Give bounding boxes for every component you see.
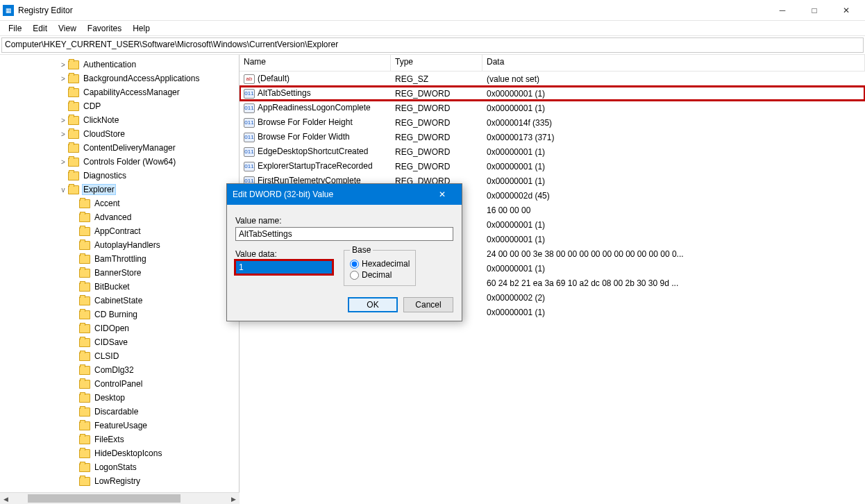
tree-item-LowRegistry[interactable]: LowRegistry xyxy=(17,474,239,488)
tree-item-Discardable[interactable]: Discardable xyxy=(17,405,239,419)
maximize-button[interactable]: □ xyxy=(798,0,830,21)
value-data: 0x00000001 (1) xyxy=(482,88,865,99)
tree-label: Explorer xyxy=(82,184,116,195)
tree-item-FeatureUsage[interactable]: FeatureUsage xyxy=(17,419,239,432)
ok-button[interactable]: OK xyxy=(348,297,398,312)
col-header-data[interactable]: Data xyxy=(482,55,865,71)
folder-icon xyxy=(79,213,90,222)
dialog-close-button[interactable]: ✕ xyxy=(428,184,456,205)
menu-favorites[interactable]: Favorites xyxy=(82,22,127,35)
folder-icon xyxy=(79,352,90,361)
menu-view[interactable]: View xyxy=(53,22,82,35)
value-data-input[interactable] xyxy=(235,260,333,274)
tree-item-Accent[interactable]: Accent xyxy=(17,196,239,210)
radio-decimal[interactable] xyxy=(350,271,359,280)
tree-item-ClickNote[interactable]: >ClickNote xyxy=(17,113,239,127)
list-row[interactable]: 011Browse For Folder HeightREG_DWORD0x00… xyxy=(240,115,865,130)
tree-item-LogonStats[interactable]: LogonStats xyxy=(17,460,239,474)
col-header-type[interactable]: Type xyxy=(391,55,482,71)
expand-icon[interactable]: > xyxy=(58,61,68,69)
dialog-title-bar[interactable]: Edit DWORD (32-bit) Value ✕ xyxy=(227,184,462,205)
value-name: AltTabSettings xyxy=(258,88,311,98)
tree-item-FileExts[interactable]: FileExts xyxy=(17,432,239,446)
tree-item-BitBucket[interactable]: BitBucket xyxy=(17,280,239,294)
tree-item-explorer[interactable]: vExplorer xyxy=(17,183,239,196)
tree-label: LowRegistry xyxy=(93,476,142,487)
expand-icon[interactable]: v xyxy=(58,186,68,194)
scroll-right-icon[interactable]: ▶ xyxy=(228,493,240,504)
scroll-left-icon[interactable]: ◀ xyxy=(0,493,12,504)
tree-label: Diagnostics xyxy=(82,170,128,181)
scroll-thumb[interactable] xyxy=(28,494,180,503)
folder-icon xyxy=(79,408,90,417)
value-name-input[interactable] xyxy=(235,227,453,241)
value-type: REG_DWORD xyxy=(391,132,482,143)
radio-hexadecimal[interactable] xyxy=(350,260,359,269)
folder-icon xyxy=(68,116,79,125)
value-name: (Default) xyxy=(258,74,289,83)
tree-item-Controls Folder (Wow64)[interactable]: >Controls Folder (Wow64) xyxy=(17,155,239,169)
list-row[interactable]: ab(Default)REG_SZ(value not set) xyxy=(240,72,865,86)
tree-label: CD Burning xyxy=(93,309,139,320)
tree-label: BamThrottling xyxy=(93,253,148,264)
address-bar[interactable]: Computer\HKEY_CURRENT_USER\Software\Micr… xyxy=(1,37,864,53)
list-row[interactable]: 011AltTabSettingsREG_DWORD0x00000001 (1) xyxy=(240,86,865,101)
tree-item-ContentDeliveryManager[interactable]: ContentDeliveryManager xyxy=(17,141,239,155)
menu-file[interactable]: File xyxy=(3,22,27,35)
list-row[interactable]: 011AppReadinessLogonCompleteREG_DWORD0x0… xyxy=(240,101,865,115)
tree-label: BackgroundAccessApplications xyxy=(82,73,201,84)
list-row[interactable]: 011Browse For Folder WidthREG_DWORD0x000… xyxy=(240,130,865,144)
tree-item-CLSID[interactable]: CLSID xyxy=(17,349,239,363)
value-type-icon: 011 xyxy=(244,103,255,113)
tree-pane[interactable]: >Authentication>BackgroundAccessApplicat… xyxy=(0,55,240,492)
value-data: 0x00000001 (1) xyxy=(482,103,865,114)
tree-scrollbar[interactable]: ◀ ▶ xyxy=(0,492,240,504)
tree-label: HideDesktopIcons xyxy=(93,448,163,459)
tree-item-CloudStore[interactable]: >CloudStore xyxy=(17,127,239,141)
folder-icon xyxy=(79,338,90,347)
expand-icon[interactable]: > xyxy=(58,158,68,166)
folder-icon xyxy=(79,227,90,236)
expand-icon[interactable]: > xyxy=(58,117,68,124)
folder-icon xyxy=(79,421,90,430)
value-type: REG_SZ xyxy=(391,74,482,85)
list-row[interactable]: 011ExplorerStartupTraceRecordedREG_DWORD… xyxy=(240,159,865,174)
value-type-icon: 011 xyxy=(244,89,255,99)
folder-icon xyxy=(79,199,90,208)
tree-item-CDP[interactable]: CDP xyxy=(17,99,239,113)
tree-item-BannerStore[interactable]: BannerStore xyxy=(17,266,239,280)
expand-icon[interactable]: > xyxy=(58,75,68,83)
close-button[interactable]: ✕ xyxy=(830,0,862,21)
tree-item-Diagnostics[interactable]: Diagnostics xyxy=(17,169,239,183)
folder-icon xyxy=(79,296,90,305)
col-header-name[interactable]: Name xyxy=(240,55,391,71)
cancel-button[interactable]: Cancel xyxy=(403,297,453,312)
tree-label: Advanced xyxy=(93,212,133,223)
value-data: 0x00000001 (1) xyxy=(482,176,865,187)
value-data: 0x00000001 (1) xyxy=(482,263,865,274)
tree-item-HideDesktopIcons[interactable]: HideDesktopIcons xyxy=(17,446,239,460)
tree-item-CapabilityAccessManager[interactable]: CapabilityAccessManager xyxy=(17,85,239,99)
tree-item-ComDlg32[interactable]: ComDlg32 xyxy=(17,363,239,377)
tree-item-CabinetState[interactable]: CabinetState xyxy=(17,294,239,308)
tree-item-ControlPanel[interactable]: ControlPanel xyxy=(17,377,239,391)
tree-item-AutoplayHandlers[interactable]: AutoplayHandlers xyxy=(17,238,239,252)
tree-item-BamThrottling[interactable]: BamThrottling xyxy=(17,252,239,266)
tree-item-Desktop[interactable]: Desktop xyxy=(17,391,239,405)
minimize-button[interactable]: ─ xyxy=(766,0,798,21)
tree-item-AppContract[interactable]: AppContract xyxy=(17,224,239,238)
tree-item-CIDOpen[interactable]: CIDOpen xyxy=(17,321,239,335)
tree-item-Authentication[interactable]: >Authentication xyxy=(17,58,239,72)
tree-item-CD Burning[interactable]: CD Burning xyxy=(17,308,239,321)
value-data: 24 00 00 00 3e 38 00 00 00 00 00 00 00 0… xyxy=(482,249,865,260)
tree-label: Desktop xyxy=(93,392,126,403)
folder-icon xyxy=(79,449,90,458)
tree-item-CIDSave[interactable]: CIDSave xyxy=(17,335,239,349)
tree-item-BackgroundAccessApplications[interactable]: >BackgroundAccessApplications xyxy=(17,72,239,85)
list-row[interactable]: 011EdgeDesktopShortcutCreatedREG_DWORD0x… xyxy=(240,144,865,159)
menu-edit[interactable]: Edit xyxy=(27,22,53,35)
menu-help[interactable]: Help xyxy=(127,22,156,35)
tree-item-Advanced[interactable]: Advanced xyxy=(17,210,239,224)
tree-label: ClickNote xyxy=(82,115,120,126)
expand-icon[interactable]: > xyxy=(58,131,68,138)
